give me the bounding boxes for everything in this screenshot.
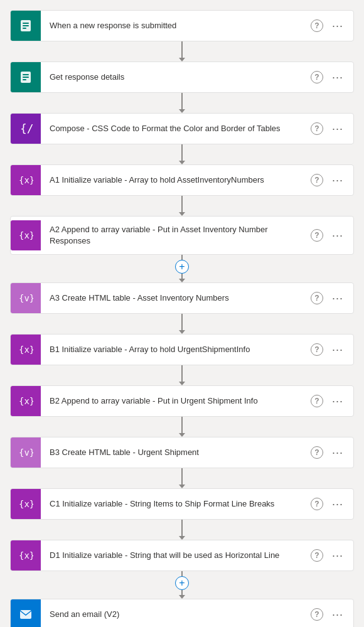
help-button-11[interactable]: ?: [311, 549, 323, 562]
add-step-button[interactable]: +: [175, 260, 189, 274]
step-11[interactable]: {x} D1 Initialize variable - String that…: [10, 540, 354, 571]
step-3[interactable]: {/} Compose - CSS Code to Format the Col…: [10, 113, 354, 144]
connector-line: [181, 144, 183, 161]
connector-4: [179, 196, 185, 216]
step-actions-1: ?···: [311, 18, 353, 34]
step-6[interactable]: {v} A3 Create HTML table - Asset Invento…: [10, 282, 354, 314]
step-actions-5: ?···: [311, 228, 353, 244]
variable-icon: {x}: [11, 540, 41, 571]
more-button-2[interactable]: ···: [329, 70, 346, 85]
connector-10: [179, 520, 185, 540]
help-button-6[interactable]: ?: [311, 292, 323, 304]
step-label-5: A2 Append to array variable - Put in Ass…: [41, 217, 311, 254]
step-actions-10: ?···: [311, 496, 353, 512]
step-label-9: B3 Create HTML table - Urgent Shipment: [41, 439, 311, 466]
svg-text:{v}: {v}: [19, 447, 33, 458]
step-1[interactable]: When a new response is submitted?···: [10, 10, 354, 41]
connector-9: [179, 468, 185, 488]
step-9[interactable]: {v} B3 Create HTML table - Urgent Shipme…: [10, 437, 354, 468]
svg-text:{v}: {v}: [19, 293, 33, 303]
connector-line: [181, 365, 183, 382]
forms-icon: [11, 11, 41, 41]
step-label-1: When a new response is submitted: [41, 13, 311, 39]
connector-line: [181, 417, 183, 433]
more-button-5[interactable]: ···: [329, 228, 346, 244]
svg-text:{x}: {x}: [19, 499, 33, 509]
step-7[interactable]: {x} B1 Initialize variable - Array to ho…: [10, 334, 354, 365]
svg-text:{/}: {/}: [20, 122, 33, 135]
help-button-5[interactable]: ?: [311, 229, 323, 242]
connector-3: [179, 144, 185, 164]
step-actions-6: ?···: [311, 291, 353, 306]
step-label-11: D1 Initialize variable - String that wil…: [41, 542, 311, 569]
svg-rect-6: [23, 77, 29, 78]
svg-text:{x}: {x}: [19, 230, 33, 240]
more-button-11[interactable]: ···: [329, 548, 346, 564]
step-label-4: A1 Initialize variable - Array to hold A…: [41, 167, 311, 193]
connector-line: [181, 93, 183, 109]
step-2[interactable]: Get response details?···: [10, 62, 354, 93]
more-button-9[interactable]: ···: [329, 445, 346, 461]
step-label-3: Compose - CSS Code to Format the Color a…: [41, 115, 311, 142]
step-label-10: C1 Initialize variable - String Items to…: [41, 491, 311, 517]
svg-text:{x}: {x}: [19, 345, 33, 355]
variable-icon: {x}: [11, 220, 41, 250]
help-button-7[interactable]: ?: [311, 343, 323, 356]
help-button-1[interactable]: ?: [311, 19, 323, 32]
connector-line: [181, 468, 183, 485]
connector-line: [181, 41, 183, 58]
more-button-12[interactable]: ···: [329, 607, 346, 623]
forms-icon: [11, 62, 41, 92]
variable-icon: {x}: [11, 386, 41, 416]
more-button-3[interactable]: ···: [329, 121, 346, 137]
svg-rect-2: [23, 25, 29, 26]
step-5[interactable]: {x} A2 Append to array variable - Put in…: [10, 216, 354, 255]
step-actions-8: ?···: [311, 394, 353, 409]
svg-rect-17: [20, 610, 31, 619]
step-label-12: Send an email (V2): [41, 601, 311, 627]
step-label-6: A3 Create HTML table - Asset Inventory N…: [41, 285, 311, 311]
connector-line-top: [181, 255, 183, 260]
step-8[interactable]: {x} B2 Append to array variable - Put in…: [10, 385, 354, 417]
step-12[interactable]: Send an email (V2)?···: [10, 599, 354, 627]
connector-2: [179, 93, 185, 113]
svg-text:{x}: {x}: [19, 175, 33, 185]
connector-line-top: [181, 571, 183, 576]
connector-6: [179, 314, 185, 334]
svg-text:{x}: {x}: [19, 550, 33, 560]
connector-7: [179, 365, 185, 385]
step-label-7: B1 Initialize variable - Array to hold U…: [41, 336, 311, 363]
help-button-12[interactable]: ?: [311, 608, 323, 621]
svg-rect-5: [23, 74, 29, 75]
help-button-9[interactable]: ?: [311, 446, 323, 459]
connector-plus-11: +: [175, 571, 189, 599]
add-step-button[interactable]: +: [175, 576, 189, 590]
step-actions-11: ?···: [311, 548, 353, 564]
step-label-8: B2 Append to array variable - Put in Urg…: [41, 388, 311, 414]
help-button-2[interactable]: ?: [311, 71, 323, 83]
step-actions-9: ?···: [311, 445, 353, 461]
more-button-4[interactable]: ···: [329, 173, 346, 188]
connector-1: [179, 41, 185, 62]
help-button-4[interactable]: ?: [311, 174, 323, 186]
connector-line: [181, 314, 183, 330]
step-actions-3: ?···: [311, 121, 353, 137]
more-button-6[interactable]: ···: [329, 291, 346, 306]
help-button-3[interactable]: ?: [311, 122, 323, 135]
more-button-10[interactable]: ···: [329, 496, 346, 512]
svg-text:{x}: {x}: [19, 396, 33, 406]
help-button-10[interactable]: ?: [311, 498, 323, 510]
svg-rect-1: [23, 23, 29, 24]
step-4[interactable]: {x} A1 Initialize variable - Array to ho…: [10, 164, 354, 196]
variable-icon: {x}: [11, 489, 41, 519]
step-actions-4: ?···: [311, 173, 353, 188]
more-button-1[interactable]: ···: [329, 18, 346, 34]
help-button-8[interactable]: ?: [311, 395, 323, 407]
more-button-7[interactable]: ···: [329, 342, 346, 358]
connector-line-bottom: [181, 274, 183, 279]
flow-container: When a new response is submitted?··· Get…: [0, 10, 364, 627]
more-button-8[interactable]: ···: [329, 394, 346, 409]
step-actions-12: ?···: [311, 607, 353, 623]
step-10[interactable]: {x} C1 Initialize variable - String Item…: [10, 488, 354, 520]
svg-rect-3: [23, 28, 26, 29]
